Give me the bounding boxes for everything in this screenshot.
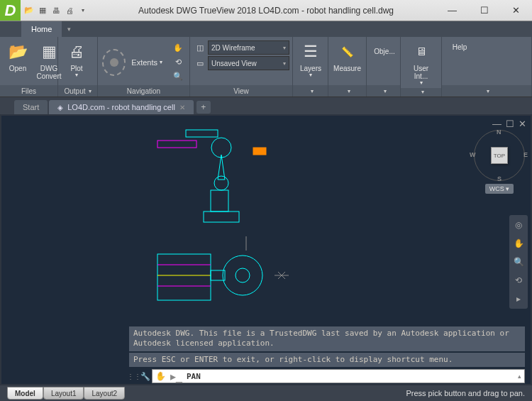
pan-icon[interactable]: ✋: [171, 42, 185, 55]
steering-wheel-icon[interactable]: [102, 49, 126, 76]
viewport-maximize-icon[interactable]: ☐: [506, 119, 514, 129]
panel-navigation: Extents ✋ ⟲ 🔍 Navigation: [98, 37, 190, 97]
svg-line-10: [278, 272, 285, 279]
orbit-icon[interactable]: ⟲: [171, 56, 185, 69]
command-line-input[interactable]: ✋ ▸_ PAN ▴: [152, 369, 525, 383]
svg-point-14: [235, 268, 250, 282]
nav-zoom-icon[interactable]: 🔍: [511, 255, 526, 269]
panel-help: Help: [442, 37, 532, 97]
panel-title-files: Files: [0, 85, 57, 97]
panel-title-output[interactable]: Output: [58, 85, 97, 97]
panel-title-navigation: Navigation: [98, 85, 189, 97]
console-log-line: Press ESC or ENTER to exit, or right-cli…: [129, 353, 525, 367]
visual-style-combo[interactable]: 2D Wireframe: [208, 40, 289, 55]
maximize-button[interactable]: ☐: [468, 0, 500, 21]
panel-measure: 📏 Measure: [328, 37, 367, 97]
doc-tab-drawing[interactable]: ◈ LO4D.com - robot handling cell ✕: [49, 100, 194, 114]
app-logo[interactable]: D: [0, 0, 21, 21]
panel-output: 🖨 Plot▾ Output: [58, 37, 98, 97]
viewcube-face[interactable]: TOP: [491, 147, 508, 164]
qat-print-icon[interactable]: 🖨: [64, 5, 75, 16]
open-button[interactable]: 📂 Open: [3, 39, 33, 74]
plot-button[interactable]: 🖨 Plot▾: [61, 39, 92, 80]
convert-icon: ▦: [38, 40, 60, 63]
svg-point-2: [211, 138, 231, 158]
objects-button[interactable]: Obje...: [370, 39, 399, 57]
viewcube[interactable]: N S W E TOP: [474, 130, 525, 181]
status-bar: Model Layout1 Layout2 Press pick button …: [0, 385, 532, 401]
doc-tab-start[interactable]: Start: [14, 100, 48, 114]
panel-title-measure[interactable]: [328, 85, 366, 97]
extents-button[interactable]: Extents: [128, 57, 165, 68]
ribbon-tab-home[interactable]: Home: [21, 21, 62, 37]
qat-sheets-icon[interactable]: ▦: [37, 5, 48, 16]
svg-rect-1: [157, 141, 196, 148]
add-tab-button[interactable]: +: [196, 101, 211, 114]
qat-dropdown-icon[interactable]: ▾: [77, 5, 89, 16]
qat-plot-icon[interactable]: 🖶: [50, 5, 62, 16]
qat-open-icon[interactable]: 📂: [23, 5, 35, 16]
svg-point-13: [223, 256, 262, 295]
measure-button[interactable]: 📏 Measure: [331, 39, 363, 74]
panel-title-ui[interactable]: [401, 88, 441, 97]
nav-pan-icon[interactable]: ✋: [511, 236, 526, 251]
ribbon: 📂 Open ▦ DWG Convert Files 🖨 Plot▾ Outpu…: [0, 37, 532, 97]
layout-tab-layout1[interactable]: Layout1: [43, 387, 84, 400]
console-log-line: Autodesk DWG. This file is a TrustedDWG …: [129, 326, 525, 351]
user-interface-button[interactable]: 🖥 User Int...▾: [404, 39, 438, 88]
viewcube-area: N S W E TOP WCS ▾: [474, 130, 525, 194]
svg-rect-0: [186, 130, 218, 137]
panel-objects: Obje...: [367, 37, 401, 97]
console-grip-icon[interactable]: ⋮⋮: [129, 373, 139, 380]
svg-rect-15: [211, 270, 225, 280]
minimize-button[interactable]: —: [436, 0, 468, 21]
panel-title-view: View: [190, 85, 292, 97]
layout-tab-model[interactable]: Model: [7, 387, 43, 400]
drawing-icon: ◈: [57, 104, 63, 111]
nav-wheel-icon[interactable]: ◎: [511, 218, 526, 232]
viewport-close-icon[interactable]: ✕: [519, 119, 526, 129]
viewport-minimize-icon[interactable]: —: [492, 119, 501, 129]
ribbon-tab-strip: Home ▾: [0, 21, 532, 37]
command-text: PAN: [187, 372, 201, 381]
panel-view: ◫ 2D Wireframe ▭ Unsaved View View: [190, 37, 293, 97]
navigation-bar: ◎ ✋ 🔍 ⟲ ▸: [509, 215, 528, 309]
command-console: Autodesk DWG. This file is a TrustedDWG …: [129, 326, 525, 384]
layers-button[interactable]: ☰ Layers▾: [296, 39, 326, 80]
quick-access-toolbar: 📂 ▦ 🖶 🖨 ▾: [23, 5, 89, 16]
named-view-icon: ▭: [194, 57, 206, 69]
ribbon-tab-dropdown-icon[interactable]: ▾: [62, 21, 76, 37]
help-button[interactable]: Help: [445, 39, 475, 53]
window-title: Autodesk DWG TrueView 2018 LO4D.com - ro…: [138, 6, 394, 16]
svg-rect-5: [204, 212, 239, 222]
svg-line-9: [278, 272, 285, 279]
drawing-content: [143, 123, 328, 322]
console-settings-icon[interactable]: 🔧: [139, 372, 152, 381]
printer-icon: 🖨: [65, 40, 88, 63]
named-view-combo[interactable]: Unsaved View: [208, 56, 289, 70]
drawing-viewport[interactable]: — ☐ ✕ N S W E TOP WCS ▾ ◎ ✋ 🔍 ⟲ ▸: [1, 116, 531, 384]
folder-open-icon: 📂: [6, 40, 29, 63]
nav-orbit-icon[interactable]: ⟲: [511, 273, 526, 287]
visual-style-icon: ◫: [194, 42, 206, 53]
panel-title-layers[interactable]: [293, 85, 328, 97]
close-button[interactable]: ✕: [500, 0, 532, 21]
layout-tabs: Model Layout1 Layout2: [7, 387, 125, 400]
svg-rect-11: [157, 254, 211, 300]
command-history-icon[interactable]: ▴: [518, 373, 521, 380]
svg-rect-6: [253, 148, 266, 155]
close-tab-icon[interactable]: ✕: [179, 104, 185, 111]
svg-point-3: [214, 176, 228, 190]
document-tab-strip: Start ◈ LO4D.com - robot handling cell ✕…: [0, 97, 532, 114]
viewport-controls: — ☐ ✕: [492, 119, 526, 129]
svg-rect-4: [211, 190, 228, 212]
layout-tab-layout2[interactable]: Layout2: [84, 387, 125, 400]
measure-icon: 📏: [336, 40, 359, 63]
panel-title-objects[interactable]: [367, 85, 400, 97]
nav-showmotion-icon[interactable]: ▸: [511, 292, 526, 306]
panel-title-help[interactable]: [442, 85, 531, 97]
zoom-icon[interactable]: 🔍: [171, 70, 185, 83]
layers-icon: ☰: [299, 40, 322, 63]
wcs-badge[interactable]: WCS ▾: [485, 184, 514, 194]
pan-cursor-icon: ✋: [155, 371, 166, 381]
